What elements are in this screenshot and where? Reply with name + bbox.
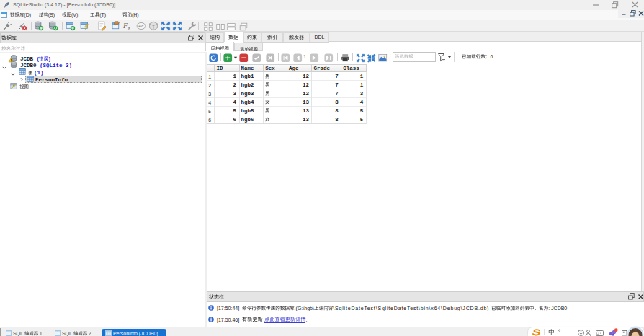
svg-text:x: x bbox=[128, 25, 130, 30]
svg-text:ec: ec bbox=[138, 24, 144, 29]
